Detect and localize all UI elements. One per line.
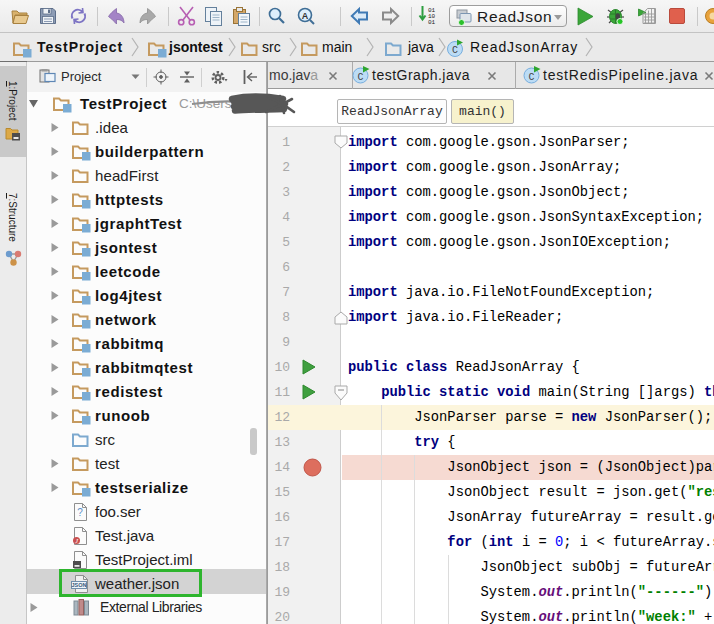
svg-text:C: C — [452, 45, 458, 56]
svg-text:C: C — [528, 72, 534, 83]
svg-text:C: C — [357, 72, 363, 83]
svg-text:01: 01 — [428, 19, 436, 26]
svg-text:?: ? — [77, 507, 83, 518]
svg-text:A: A — [302, 11, 309, 21]
